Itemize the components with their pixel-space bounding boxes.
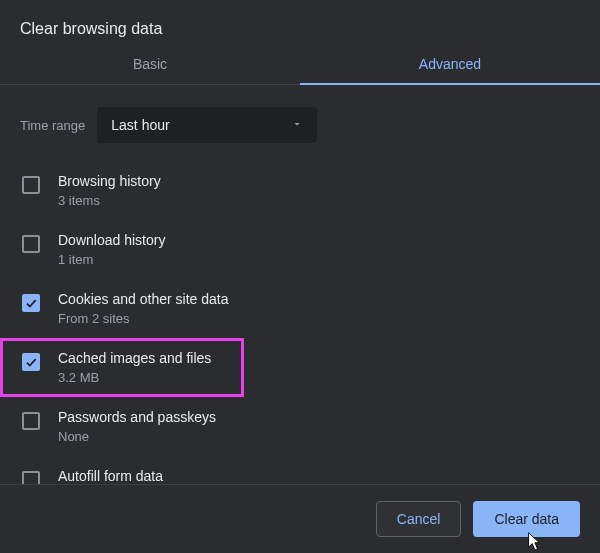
item-sub: 1 item	[58, 252, 165, 267]
tab-advanced[interactable]: Advanced	[300, 56, 600, 84]
item-sub: 3 items	[58, 193, 161, 208]
item-sub: None	[58, 429, 216, 444]
item-label: Autofill form data	[58, 468, 163, 484]
item-passwords[interactable]: Passwords and passkeys None	[0, 397, 600, 456]
items-list: Browsing history 3 items Download histor…	[0, 161, 600, 501]
item-sub: 3.2 MB	[58, 370, 211, 385]
dialog-title: Clear browsing data	[0, 0, 600, 56]
item-text: Browsing history 3 items	[58, 173, 161, 208]
checkbox[interactable]	[22, 353, 40, 371]
tab-bar: Basic Advanced	[0, 56, 600, 85]
item-cookies[interactable]: Cookies and other site data From 2 sites	[0, 279, 600, 338]
tab-basic[interactable]: Basic	[0, 56, 300, 84]
time-range-select[interactable]: Last hour	[97, 107, 317, 143]
item-text: Download history 1 item	[58, 232, 165, 267]
time-range-value: Last hour	[111, 117, 169, 133]
item-text: Cookies and other site data From 2 sites	[58, 291, 228, 326]
item-label: Passwords and passkeys	[58, 409, 216, 425]
checkbox[interactable]	[22, 412, 40, 430]
item-label: Cached images and files	[58, 350, 211, 366]
item-cached-images[interactable]: Cached images and files 3.2 MB	[0, 338, 244, 397]
chevron-down-icon	[291, 117, 303, 133]
item-browsing-history[interactable]: Browsing history 3 items	[0, 161, 600, 220]
item-label: Browsing history	[58, 173, 161, 189]
time-range-label: Time range	[20, 118, 85, 133]
cancel-button[interactable]: Cancel	[376, 501, 462, 537]
item-label: Cookies and other site data	[58, 291, 228, 307]
dialog-footer: Cancel Clear data	[0, 484, 600, 553]
item-text: Passwords and passkeys None	[58, 409, 216, 444]
checkbox[interactable]	[22, 176, 40, 194]
item-label: Download history	[58, 232, 165, 248]
time-range-row: Time range Last hour	[0, 85, 600, 161]
checkbox[interactable]	[22, 294, 40, 312]
item-sub: From 2 sites	[58, 311, 228, 326]
item-download-history[interactable]: Download history 1 item	[0, 220, 600, 279]
item-text: Autofill form data	[58, 468, 163, 484]
checkbox[interactable]	[22, 235, 40, 253]
item-text: Cached images and files 3.2 MB	[58, 350, 211, 385]
clear-data-button[interactable]: Clear data	[473, 501, 580, 537]
